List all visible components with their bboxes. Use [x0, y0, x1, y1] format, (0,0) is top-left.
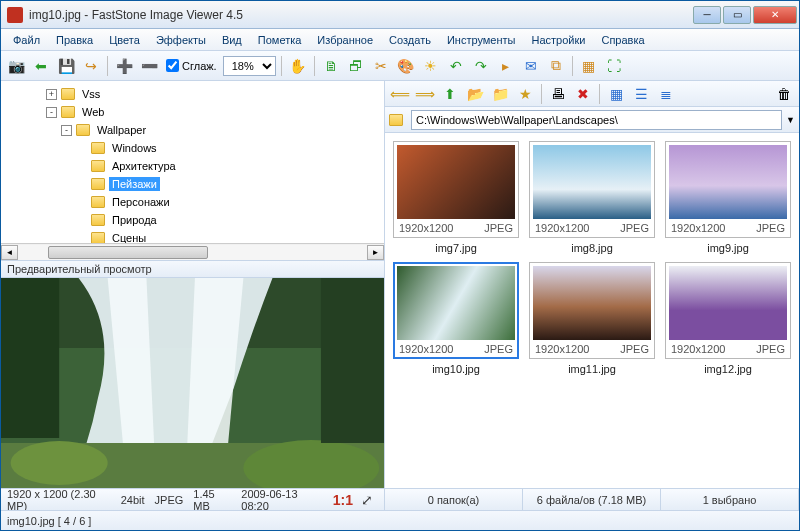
- folder-icon: [91, 196, 105, 208]
- scroll-thumb[interactable]: [48, 246, 208, 259]
- thumbnail-image: [533, 145, 651, 219]
- thumbnail-frame[interactable]: 1920x1200JPEG: [529, 141, 655, 238]
- favorite-icon[interactable]: ★: [514, 83, 536, 105]
- tree-node[interactable]: Сцены: [1, 229, 384, 243]
- menu-избранное[interactable]: Избранное: [309, 31, 381, 49]
- color-icon[interactable]: 🎨: [395, 55, 417, 77]
- minimize-button[interactable]: ─: [693, 6, 721, 24]
- tree-node[interactable]: +Vss: [1, 85, 384, 103]
- menu-цвета[interactable]: Цвета: [101, 31, 148, 49]
- zoom-out-icon[interactable]: ➖: [138, 55, 160, 77]
- thumbnails-icon[interactable]: ▦: [578, 55, 600, 77]
- preview-statusbar: 1920 x 1200 (2.30 MP) 24bit JPEG 1.45 MB…: [1, 488, 384, 510]
- thumbnail-cell[interactable]: 1920x1200JPEGimg7.jpg: [393, 141, 519, 254]
- nav-forward-icon[interactable]: ⟹: [414, 83, 436, 105]
- crop-icon[interactable]: ✂: [370, 55, 392, 77]
- print-icon[interactable]: 🖶: [547, 83, 569, 105]
- preview-date: 2009-06-13 08:20: [241, 488, 322, 512]
- tree-label: Пейзажи: [109, 177, 160, 191]
- thumbnail-area[interactable]: 1920x1200JPEGimg7.jpg1920x1200JPEGimg8.j…: [385, 133, 799, 488]
- thumbnail-frame[interactable]: 1920x1200JPEG: [665, 262, 791, 359]
- path-dropdown-icon[interactable]: ▼: [786, 115, 795, 125]
- tree-node[interactable]: Пейзажи: [1, 175, 384, 193]
- thumb-name: img9.jpg: [707, 242, 749, 254]
- redo-icon[interactable]: ↪: [80, 55, 102, 77]
- tree-hscrollbar[interactable]: ◄ ►: [1, 243, 384, 260]
- zoom-in-icon[interactable]: ➕: [113, 55, 135, 77]
- email-icon[interactable]: ✉: [520, 55, 542, 77]
- thumbnail-cell[interactable]: 1920x1200JPEGimg10.jpg: [393, 262, 519, 375]
- thumbnail-frame[interactable]: 1920x1200JPEG: [393, 262, 519, 359]
- menu-инструменты[interactable]: Инструменты: [439, 31, 524, 49]
- menu-эффекты[interactable]: Эффекты: [148, 31, 214, 49]
- tree-expander-icon[interactable]: +: [46, 89, 57, 100]
- compare-icon[interactable]: ⧉: [545, 55, 567, 77]
- menu-создать[interactable]: Создать: [381, 31, 439, 49]
- thumb-dims: 1920x1200: [535, 343, 589, 355]
- delete-icon[interactable]: ✖: [572, 83, 594, 105]
- new-folder-icon[interactable]: 📁: [489, 83, 511, 105]
- thumbnail-frame[interactable]: 1920x1200JPEG: [529, 262, 655, 359]
- tree-node[interactable]: Архитектура: [1, 157, 384, 175]
- zoom-combo[interactable]: 18%: [223, 56, 276, 76]
- folder-tree[interactable]: +Vss-Web-WallpaperWindowsАрхитектураПейз…: [1, 81, 384, 243]
- view-list-icon[interactable]: ☰: [630, 83, 652, 105]
- thumbnail-frame[interactable]: 1920x1200JPEG: [665, 141, 791, 238]
- back-icon[interactable]: ⬅: [30, 55, 52, 77]
- thumbnail-frame[interactable]: 1920x1200JPEG: [393, 141, 519, 238]
- trash-icon[interactable]: 🗑: [773, 83, 795, 105]
- tree-node[interactable]: Персонажи: [1, 193, 384, 211]
- menu-пометка[interactable]: Пометка: [250, 31, 310, 49]
- tree-node[interactable]: Природа: [1, 211, 384, 229]
- tree-node[interactable]: -Web: [1, 103, 384, 121]
- tree-node[interactable]: -Wallpaper: [1, 121, 384, 139]
- thumbnail-cell[interactable]: 1920x1200JPEGimg9.jpg: [665, 141, 791, 254]
- thumbnail-image: [397, 266, 515, 340]
- svg-point-3: [11, 441, 108, 485]
- menu-вид[interactable]: Вид: [214, 31, 250, 49]
- menu-настройки[interactable]: Настройки: [524, 31, 594, 49]
- thumbnail-cell[interactable]: 1920x1200JPEGimg11.jpg: [529, 262, 655, 375]
- tree-node[interactable]: Windows: [1, 139, 384, 157]
- nav-back-icon[interactable]: ⟸: [389, 83, 411, 105]
- save-icon[interactable]: 💾: [55, 55, 77, 77]
- hand-tool-icon[interactable]: ✋: [287, 55, 309, 77]
- thumbnail-cell[interactable]: 1920x1200JPEGimg12.jpg: [665, 262, 791, 375]
- close-button[interactable]: ✕: [753, 6, 797, 24]
- scroll-left-icon[interactable]: ◄: [1, 245, 18, 260]
- folder-open-icon[interactable]: 📂: [464, 83, 486, 105]
- ratio-button[interactable]: 1:1: [332, 489, 354, 511]
- menu-файл[interactable]: Файл: [5, 31, 48, 49]
- thumb-name: img8.jpg: [571, 242, 613, 254]
- fullscreen-icon[interactable]: ⛶: [603, 55, 625, 77]
- view-thumbs-icon[interactable]: ▦: [605, 83, 627, 105]
- scroll-right-icon[interactable]: ►: [367, 245, 384, 260]
- slide-icon[interactable]: ▸: [495, 55, 517, 77]
- menu-справка[interactable]: Справка: [593, 31, 652, 49]
- footer-text: img10.jpg [ 4 / 6 ]: [7, 515, 91, 527]
- brightness-icon[interactable]: ☀: [420, 55, 442, 77]
- smooth-checkbox[interactable]: Сглаж.: [163, 59, 220, 72]
- folder-icon: [61, 88, 75, 100]
- folder-up-icon[interactable]: ⬆: [439, 83, 461, 105]
- fit-icon[interactable]: ⤢: [356, 489, 378, 511]
- path-input[interactable]: [411, 110, 782, 130]
- smooth-check[interactable]: [166, 59, 179, 72]
- scroll-track[interactable]: [18, 245, 367, 260]
- acquire-icon[interactable]: 📷: [5, 55, 27, 77]
- tree-expander-icon[interactable]: -: [46, 107, 57, 118]
- thumb-name: img7.jpg: [435, 242, 477, 254]
- tree-expander-icon[interactable]: -: [61, 125, 72, 136]
- menu-правка[interactable]: Правка: [48, 31, 101, 49]
- thumbnail-cell[interactable]: 1920x1200JPEGimg8.jpg: [529, 141, 655, 254]
- rotate-left-icon[interactable]: ↶: [445, 55, 467, 77]
- footer-statusbar: img10.jpg [ 4 / 6 ]: [1, 510, 799, 530]
- titlebar[interactable]: img10.jpg - FastStone Image Viewer 4.5 ─…: [1, 1, 799, 29]
- resize-icon[interactable]: 🗗: [345, 55, 367, 77]
- convert-icon[interactable]: 🗎: [320, 55, 342, 77]
- tree-label: Vss: [79, 87, 103, 101]
- preview-image[interactable]: [1, 278, 384, 488]
- maximize-button[interactable]: ▭: [723, 6, 751, 24]
- rotate-right-icon[interactable]: ↷: [470, 55, 492, 77]
- view-details-icon[interactable]: ≣: [655, 83, 677, 105]
